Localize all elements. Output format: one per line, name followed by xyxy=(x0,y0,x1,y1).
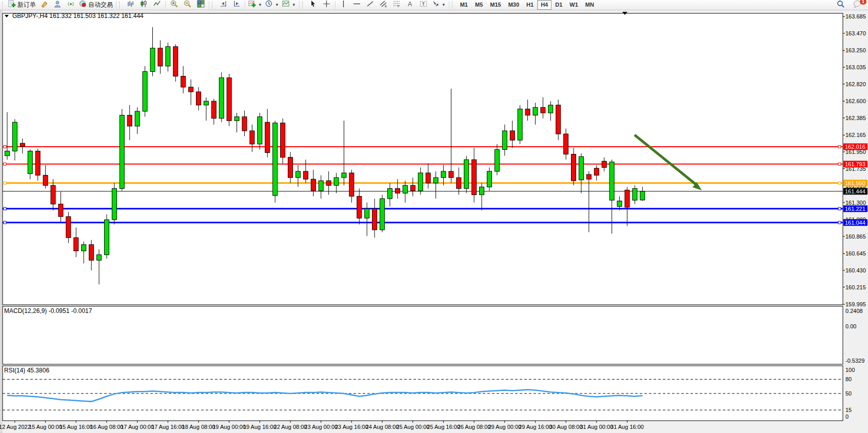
hline-right-handle[interactable] xyxy=(838,145,841,148)
search-button[interactable] xyxy=(834,0,847,10)
candle xyxy=(372,209,377,230)
zoom-out-icon xyxy=(184,0,191,10)
notification-badge: 1 xyxy=(859,0,867,5)
auto-scroll-button[interactable] xyxy=(230,0,243,10)
crosshair-button[interactable] xyxy=(320,0,333,10)
new-order-label: 新订单 xyxy=(17,1,36,9)
templates-icon xyxy=(282,0,290,10)
candle xyxy=(20,143,25,146)
bar-chart-button[interactable] xyxy=(124,0,137,10)
zoom-in-button[interactable] xyxy=(167,0,181,10)
dropdown-caret: ▼ xyxy=(275,3,279,7)
channel-button[interactable]: E xyxy=(377,0,390,10)
tab-timeframe-m15[interactable]: M15 xyxy=(486,0,504,10)
vertical-line-button[interactable] xyxy=(337,0,350,10)
tab-timeframe-mn[interactable]: MN xyxy=(582,0,598,10)
price-axis-tick-label: 163.250 xyxy=(845,47,866,53)
candle xyxy=(319,181,323,191)
zoom-out-button[interactable] xyxy=(181,0,194,10)
hline-right-handle[interactable] xyxy=(838,221,841,224)
line-chart-button[interactable] xyxy=(150,0,164,10)
fibonacci-button[interactable]: F xyxy=(390,0,404,10)
text-button[interactable]: A xyxy=(404,0,417,10)
price-axis-tick-label: 160.865 xyxy=(845,233,866,240)
templates-button[interactable]: ▼ xyxy=(281,0,298,10)
crayon-button[interactable] xyxy=(37,0,51,10)
price-axis-tick-label: 159.995 xyxy=(845,301,866,307)
time-axis-label: 19 Aug 00:00 xyxy=(212,424,246,430)
candle xyxy=(609,162,614,200)
hline-left-handle[interactable] xyxy=(4,163,6,165)
svg-text:E: E xyxy=(385,5,387,8)
candle xyxy=(265,122,270,152)
price-axis-tick-label: 163.470 xyxy=(845,30,866,36)
tab-timeframe-h4[interactable]: H4 xyxy=(537,0,551,10)
candle xyxy=(480,187,484,194)
tab-timeframe-m30[interactable]: M30 xyxy=(505,0,523,10)
crayon-icon xyxy=(41,0,48,10)
signal-button[interactable] xyxy=(64,0,77,10)
hline-left-handle[interactable] xyxy=(4,145,6,148)
hline-left-handle[interactable] xyxy=(4,182,6,184)
dropdown-caret: ▼ xyxy=(258,3,262,7)
candle-chart-button[interactable] xyxy=(137,0,150,10)
candle xyxy=(602,161,606,167)
periods-button[interactable]: ▼ xyxy=(264,0,281,10)
candle xyxy=(211,101,216,118)
tab-timeframe-d1[interactable]: D1 xyxy=(551,0,566,10)
autotrade-label: 自动交易 xyxy=(88,1,113,9)
indicators-button[interactable]: ▼ xyxy=(247,0,264,10)
hline-right-handle[interactable] xyxy=(838,207,841,210)
toolbar-grip[interactable] xyxy=(119,2,122,9)
candle xyxy=(219,78,224,119)
time-axis-label: 17 Aug 00:00 xyxy=(121,424,154,430)
candle xyxy=(273,123,278,195)
autotrade-icon xyxy=(79,0,87,10)
candle xyxy=(303,171,308,179)
toolbar-grip[interactable] xyxy=(302,2,305,9)
tab-timeframe-w1[interactable]: W1 xyxy=(566,0,582,10)
price-chart-canvas[interactable]: 163.685163.470163.250163.035162.820162.6… xyxy=(0,10,868,433)
hline-right-handle[interactable] xyxy=(838,182,841,184)
candle xyxy=(579,156,584,180)
candle xyxy=(564,134,568,154)
autotrade-button[interactable]: 自动交易 xyxy=(77,0,114,10)
candle xyxy=(58,204,63,216)
time-axis-label: 24 Aug 08:00 xyxy=(366,424,399,430)
arrows-shapes-icon xyxy=(432,0,440,10)
toolbar-grip[interactable] xyxy=(2,2,5,9)
toolbar-grip[interactable] xyxy=(212,2,215,9)
candle xyxy=(51,185,55,204)
chart-shift-button[interactable] xyxy=(216,0,230,10)
cursor-button[interactable] xyxy=(307,0,320,10)
candle xyxy=(640,191,645,200)
candle xyxy=(74,238,78,251)
toolbar-grip[interactable] xyxy=(452,2,455,9)
rsi-axis-tick-label: 50 xyxy=(845,390,852,397)
tab-timeframe-m5[interactable]: M5 xyxy=(471,0,486,10)
candle xyxy=(288,158,293,178)
arrows-shapes-button[interactable]: ▼ xyxy=(430,0,447,10)
price-panel[interactable] xyxy=(3,13,843,305)
time-axis-label: 15 Aug 16:00 xyxy=(60,424,93,430)
trendline-button[interactable] xyxy=(364,0,377,10)
candle xyxy=(295,171,300,178)
price-level-badge-label: 162.016 xyxy=(845,144,865,150)
tile-windows-button[interactable] xyxy=(194,0,207,10)
time-axis-label: 23 Aug 16:00 xyxy=(335,424,368,430)
horizontal-line-button[interactable] xyxy=(350,0,364,10)
time-axis-label: 16 Aug 08:00 xyxy=(90,424,124,430)
hline-left-handle[interactable] xyxy=(4,207,6,210)
time-axis-label: 17 Aug 16:00 xyxy=(151,424,185,430)
new-order-button[interactable]: 新订单 xyxy=(7,0,37,10)
profile-button[interactable] xyxy=(51,0,64,10)
mt4-window: { "toolbar": { "new_order_label": "新订单",… xyxy=(0,0,868,433)
hline-right-handle[interactable] xyxy=(838,163,841,165)
macd-panel[interactable] xyxy=(3,306,843,364)
candle xyxy=(66,216,71,238)
tab-timeframe-h1[interactable]: H1 xyxy=(523,0,537,10)
hline-left-handle[interactable] xyxy=(4,221,6,224)
text-label-button[interactable]: T xyxy=(417,0,430,10)
notifications-button[interactable]: 1 xyxy=(851,0,864,10)
tab-timeframe-m1[interactable]: M1 xyxy=(457,0,471,10)
